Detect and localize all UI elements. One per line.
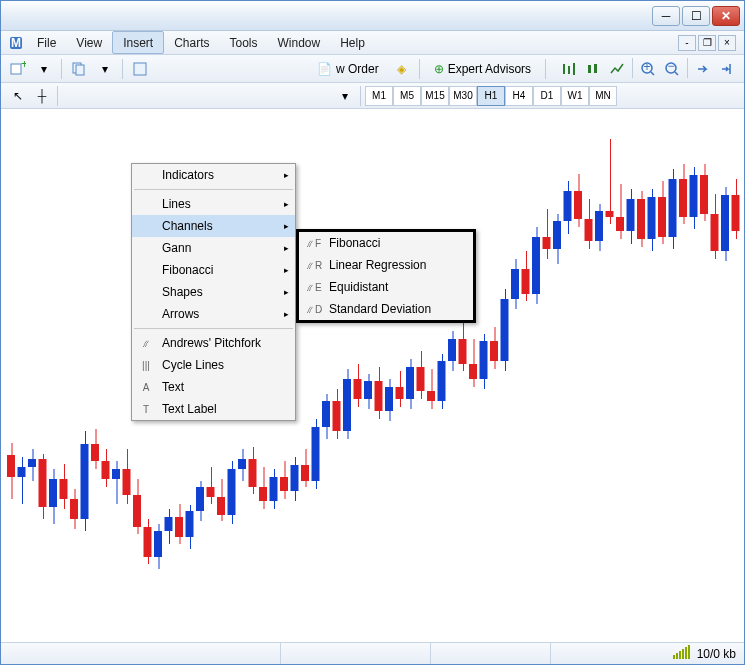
- expert-advisors-button[interactable]: ⊕ Expert Advisors: [426, 58, 539, 80]
- svg-rect-26: [70, 499, 78, 519]
- statusbar: 10/0 kb: [1, 642, 744, 664]
- menu-item-label: Andrews' Pitchfork: [162, 336, 261, 350]
- menu-item-cycle-lines[interactable]: |||Cycle Lines: [132, 354, 295, 376]
- toolbar-drawing: ↖ ┼ ▾ M1M5M15M30H1H4D1W1MN: [1, 83, 744, 109]
- maximize-button[interactable]: ☐: [682, 6, 710, 26]
- submenu-item-standard-deviation[interactable]: ⫽DStandard Deviation: [299, 298, 473, 320]
- svg-rect-34: [112, 469, 120, 479]
- submenu-item-icon: ⫽F: [305, 238, 321, 249]
- menu-insert[interactable]: Insert: [112, 31, 164, 54]
- mdi-restore-button[interactable]: ❐: [698, 35, 716, 51]
- line-chart-icon[interactable]: [606, 58, 628, 80]
- submenu-arrow-icon: ▸: [284, 243, 289, 253]
- svg-rect-96: [438, 361, 446, 401]
- chart-area[interactable]: Indicators▸Lines▸Channels▸Gann▸Fibonacci…: [1, 109, 744, 642]
- submenu-item-label: Equidistant: [329, 280, 388, 294]
- svg-rect-72: [312, 427, 320, 481]
- svg-rect-144: [690, 175, 698, 217]
- zoom-out-icon[interactable]: −: [661, 58, 683, 80]
- minimize-button[interactable]: ─: [652, 6, 680, 26]
- timeframe-w1[interactable]: W1: [561, 86, 589, 106]
- timeframe-m30[interactable]: M30: [449, 86, 477, 106]
- timeframe-mn[interactable]: MN: [589, 86, 617, 106]
- svg-rect-66: [280, 477, 288, 491]
- submenu-item-icon: ⫽E: [305, 282, 321, 293]
- menu-item-indicators[interactable]: Indicators▸: [132, 164, 295, 186]
- submenu-item-linear-regression[interactable]: ⫽RLinear Regression: [299, 254, 473, 276]
- svg-rect-90: [406, 367, 414, 399]
- timeframe-h1[interactable]: H1: [477, 86, 505, 106]
- submenu-item-fibonacci[interactable]: ⫽FFibonacci: [299, 232, 473, 254]
- close-button[interactable]: ✕: [712, 6, 740, 26]
- submenu-item-equidistant[interactable]: ⫽EEquidistant: [299, 276, 473, 298]
- svg-rect-138: [658, 197, 666, 237]
- svg-rect-48: [186, 511, 194, 537]
- cursor-icon[interactable]: ↖: [7, 85, 29, 107]
- menu-file[interactable]: File: [27, 31, 66, 54]
- svg-text:M: M: [11, 36, 21, 50]
- mdi-minimize-button[interactable]: -: [678, 35, 696, 51]
- menu-charts[interactable]: Charts: [164, 31, 219, 54]
- menu-item-label: Cycle Lines: [162, 358, 224, 372]
- autotrading-icon[interactable]: ◈: [391, 58, 413, 80]
- svg-rect-106: [490, 341, 498, 361]
- zoom-in-icon[interactable]: +: [637, 58, 659, 80]
- svg-rect-82: [364, 381, 372, 399]
- menu-help[interactable]: Help: [330, 31, 375, 54]
- bar-chart-icon[interactable]: [558, 58, 580, 80]
- svg-rect-102: [469, 364, 477, 379]
- menu-item-fibonacci[interactable]: Fibonacci▸: [132, 259, 295, 281]
- timeframe-m15[interactable]: M15: [421, 86, 449, 106]
- crosshair-icon[interactable]: ┼: [31, 85, 53, 107]
- timeframe-d1[interactable]: D1: [533, 86, 561, 106]
- menu-item-gann[interactable]: Gann▸: [132, 237, 295, 259]
- expert-advisors-icon: ⊕: [434, 62, 444, 76]
- svg-rect-54: [217, 497, 225, 515]
- mdi-close-button[interactable]: ×: [718, 35, 736, 51]
- menubar: M FileViewInsertChartsToolsWindowHelp - …: [1, 31, 744, 55]
- menu-item-lines[interactable]: Lines▸: [132, 193, 295, 215]
- menu-item-icon: |||: [138, 360, 154, 371]
- svg-rect-98: [448, 339, 456, 361]
- menu-tools[interactable]: Tools: [220, 31, 268, 54]
- svg-rect-6: [134, 63, 146, 75]
- new-chart-icon[interactable]: +: [7, 58, 29, 80]
- dropdown-arrow-icon[interactable]: ▾: [94, 58, 116, 80]
- menu-item-icon: A: [138, 382, 154, 393]
- connection-bars-icon: [673, 645, 691, 662]
- svg-rect-104: [480, 341, 488, 379]
- menu-item-shapes[interactable]: Shapes▸: [132, 281, 295, 303]
- svg-rect-140: [669, 179, 677, 237]
- menu-item-text-label[interactable]: TText Label: [132, 398, 295, 420]
- chart-shift-icon[interactable]: [716, 58, 738, 80]
- timeframe-m1[interactable]: M1: [365, 86, 393, 106]
- menu-item-label: Fibonacci: [162, 263, 213, 277]
- menu-item-label: Text Label: [162, 402, 217, 416]
- menu-item-arrows[interactable]: Arrows▸: [132, 303, 295, 325]
- menu-item-channels[interactable]: Channels▸: [132, 215, 295, 237]
- svg-rect-20: [39, 459, 47, 507]
- submenu-item-label: Standard Deviation: [329, 302, 431, 316]
- menu-window[interactable]: Window: [268, 31, 331, 54]
- svg-rect-130: [616, 217, 624, 231]
- svg-rect-150: [721, 195, 729, 251]
- timeframe-m5[interactable]: M5: [393, 86, 421, 106]
- svg-rect-114: [532, 237, 540, 294]
- auto-scroll-icon[interactable]: [692, 58, 714, 80]
- menu-item-label: Shapes: [162, 285, 203, 299]
- svg-rect-7: [588, 65, 591, 73]
- dropdown-arrow-icon[interactable]: ▾: [33, 58, 55, 80]
- svg-rect-142: [679, 179, 687, 217]
- menu-item-text[interactable]: AText: [132, 376, 295, 398]
- timeframe-h4[interactable]: H4: [505, 86, 533, 106]
- menu-view[interactable]: View: [66, 31, 112, 54]
- candlestick-chart-icon[interactable]: [582, 58, 604, 80]
- new-order-button[interactable]: 📄 w Order: [309, 58, 387, 80]
- new-order-label: w Order: [336, 62, 379, 76]
- dropdown-arrow-icon[interactable]: ▾: [334, 85, 356, 107]
- menu-item-andrews-pitchfork[interactable]: ⫽Andrews' Pitchfork: [132, 332, 295, 354]
- profiles-icon[interactable]: [68, 58, 90, 80]
- market-watch-icon[interactable]: [129, 58, 151, 80]
- svg-text:+: +: [21, 61, 26, 71]
- svg-rect-84: [375, 381, 383, 411]
